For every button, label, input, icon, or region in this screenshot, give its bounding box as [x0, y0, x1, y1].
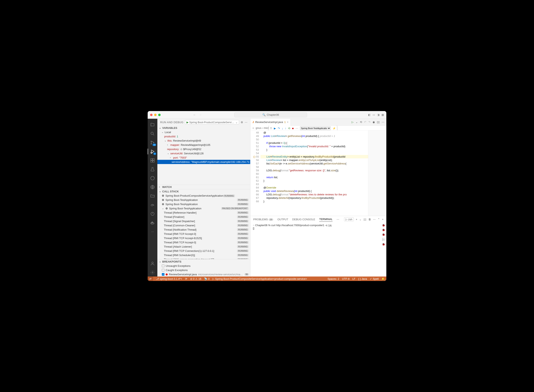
split-down-icon[interactable]: ⌄	[356, 121, 358, 124]
split-terminal-icon[interactable]: ▯▯	[363, 218, 366, 221]
java-icon[interactable]: ◉	[373, 121, 375, 124]
checkbox-on[interactable]: ✓	[162, 273, 164, 276]
maximize-panel-icon[interactable]: ⌃	[378, 218, 380, 221]
callstack-row[interactable]: Thread [JMX server connection timeout 27…	[157, 257, 250, 259]
search-tab[interactable]	[148, 130, 157, 138]
docker-tab[interactable]	[148, 219, 157, 227]
command-center[interactable]: 🔍 Chapter06	[234, 112, 307, 117]
terminal-profile[interactable]: ▷ zsh	[344, 217, 354, 221]
new-terminal-icon[interactable]: +	[356, 218, 358, 221]
tab-reviewserviceimpl[interactable]: J ReviewServiceImpl.java 1 ×	[251, 119, 291, 126]
layout-sidebar-left-icon[interactable]: ◧	[368, 113, 371, 116]
more-icon[interactable]: ⋯	[245, 121, 247, 124]
eol-indicator[interactable]: LF	[352, 277, 355, 280]
power-icon[interactable]	[148, 210, 157, 218]
callstack-row[interactable]: Thread [Signal Dispatcher]RUNNING	[157, 219, 250, 223]
var-this[interactable]: ⌄this: ReviewServiceImpl@49	[157, 139, 250, 143]
layout-customize-icon[interactable]: ▦	[381, 113, 384, 116]
bp-file[interactable]: ✓ReviewServiceImpl.java microservices/re…	[157, 272, 250, 276]
terminal-active-icon[interactable]: ▷	[382, 238, 385, 241]
callstack-row[interactable]: Thread [Attach Listener]RUNNING	[157, 245, 250, 249]
bp-uncaught[interactable]: Uncaught Exceptions	[157, 264, 250, 268]
var-repository[interactable]: repository: ⊘ $Proxy149@52	[157, 147, 250, 151]
callstack-row[interactable]: Thread [RMI TCP Accept-0]RUNNING	[157, 232, 250, 236]
code-content[interactable]: @ public List<Review> getReviews(int pro…	[260, 131, 368, 216]
bug2-icon[interactable]: 🐞	[382, 228, 385, 231]
step-over-icon[interactable]: ↷	[278, 127, 280, 130]
var-port[interactable]: ›port: "7003"	[157, 156, 250, 160]
explorer-tab[interactable]	[148, 121, 157, 129]
callstack-row[interactable]: ⚙ Spring Boot-TestApplicationRUNNING	[157, 198, 250, 202]
watch-section-header[interactable]: ›WATCH	[157, 185, 250, 189]
continue-icon[interactable]: ▶	[274, 127, 276, 130]
drag-handle-icon[interactable]: ⠿	[270, 127, 272, 130]
debug-status[interactable]: ▷ Spring Boot-ProductCompositeServiceApp…	[212, 277, 307, 280]
layout-sidebar-right-icon[interactable]: ◨	[377, 113, 380, 116]
callstack-row[interactable]: Thread [Common-Cleaner]RUNNING	[157, 223, 250, 228]
callstack-row[interactable]: ⚙ Spring Boot-ProductCompositeServiceApp…	[157, 194, 250, 198]
breadcrumb[interactable]: ⟐ gnus › microse ⠿ ▶ ↷ ↓ ↑ ⟲ ■ ⋯ Spring …	[251, 126, 386, 131]
remote-tab[interactable]	[148, 183, 157, 191]
callstack-row[interactable]: Thread [Notification Thread]RUNNING	[157, 228, 250, 232]
nav-back[interactable]: ←	[192, 113, 197, 117]
spaces-indicator[interactable]: Spaces: 2	[327, 277, 339, 280]
nav-forward[interactable]: →	[198, 113, 203, 117]
gradle-tab[interactable]	[148, 201, 157, 209]
run-icon[interactable]: ▷	[352, 121, 353, 124]
source-control-tab[interactable]: 16	[148, 139, 157, 147]
ports-status[interactable]: 📡 0	[204, 277, 209, 280]
spell-check[interactable]: ✓ Spell	[370, 277, 379, 280]
var-productId[interactable]: productId: 1	[157, 134, 250, 139]
more-actions-icon[interactable]: ⋯	[382, 121, 384, 124]
var-mapper[interactable]: ›mapper: ReviewMapperImpl@105	[157, 143, 250, 147]
variables-section-header[interactable]: ⌄VARIABLES	[157, 126, 250, 130]
terminal-content[interactable]: ○ Chapter06 % curl http://localhost:7000…	[251, 223, 386, 276]
hot-reload-icon[interactable]: ⋯	[296, 127, 298, 130]
breakpoints-section-header[interactable]: ⌄BREAKPOINTS	[157, 259, 250, 264]
callstack-row[interactable]: Thread [RMI TCP Accept-0]RUNNING	[157, 240, 250, 245]
callstack-row[interactable]: Thread [Finalizer]RUNNING	[157, 215, 250, 219]
notifications-icon[interactable]: 🔔	[381, 277, 385, 280]
more-icon[interactable]: ⋯	[337, 218, 339, 221]
checkbox-off[interactable]	[162, 269, 164, 271]
bp-caught[interactable]: Caught Exceptions	[157, 268, 250, 272]
extensions-tab[interactable]	[148, 156, 157, 164]
sync-icon[interactable]: ⟳	[185, 277, 187, 280]
callstack-section-header[interactable]: ⌄CALL STACK	[157, 189, 250, 194]
step-out-icon[interactable]: ↑	[285, 127, 286, 130]
debug-session-select[interactable]: Spring Boot-TestApplicatio	[300, 126, 331, 130]
tab-problems[interactable]: PROBLEMS16	[253, 217, 273, 222]
bug1-icon[interactable]: 🐞	[382, 224, 385, 227]
more-icon[interactable]: ⋯	[148, 228, 157, 236]
lightning-icon[interactable]: ⚡	[333, 127, 336, 130]
minimap[interactable]	[368, 131, 386, 216]
tab-debug-console[interactable]: DEBUG CONSOLE	[292, 217, 315, 222]
split-editor-icon[interactable]: ▯▯	[377, 121, 380, 124]
scope-local[interactable]: ⌄Local	[157, 130, 250, 134]
spring-dashboard-tab[interactable]	[148, 174, 157, 182]
close-window[interactable]	[150, 114, 153, 116]
more-icon[interactable]: ⋯	[373, 218, 376, 221]
kill-terminal-icon[interactable]: 🗑	[368, 218, 371, 221]
testing-tab[interactable]	[148, 165, 157, 173]
accounts-icon[interactable]	[148, 260, 157, 268]
callstack-row[interactable]: Thread [Reference Handler]RUNNING	[157, 210, 250, 215]
debug-alt-icon[interactable]: ⟲	[360, 121, 362, 124]
gear-icon[interactable]: ⚙	[241, 121, 243, 124]
code-editor[interactable]: 4849505152535455565758596061626364656667…	[251, 131, 386, 216]
remote-indicator[interactable]: ⇄	[148, 276, 153, 281]
go-back-icon[interactable]: ↶	[364, 121, 366, 124]
tab-terminal[interactable]: TERMINAL	[319, 217, 333, 222]
language-mode[interactable]: { } Java	[358, 277, 367, 280]
callstack-row[interactable]: Thread [RMI TCP Accept-61525]RUNNING	[157, 236, 250, 240]
launch-config-dropdown[interactable]: ▶ Spring Boot-ProductCompositeServiceApp…	[185, 120, 239, 124]
git-branch[interactable]: ⎇ spring-boot-3.1.4*+	[156, 277, 182, 280]
checkbox-off[interactable]	[162, 265, 164, 267]
maximize-window[interactable]	[158, 114, 161, 116]
minimize-window[interactable]	[154, 114, 157, 116]
callstack-row[interactable]: Thread [RMI TCP Connection(1)-127.0.0.1]…	[157, 249, 250, 253]
close-tab-icon[interactable]: ×	[287, 121, 288, 124]
go-forward-icon[interactable]: ↷	[368, 121, 371, 124]
layout-panel-icon[interactable]: ▭	[373, 113, 375, 116]
tab-output[interactable]: OUTPUT	[277, 217, 288, 222]
